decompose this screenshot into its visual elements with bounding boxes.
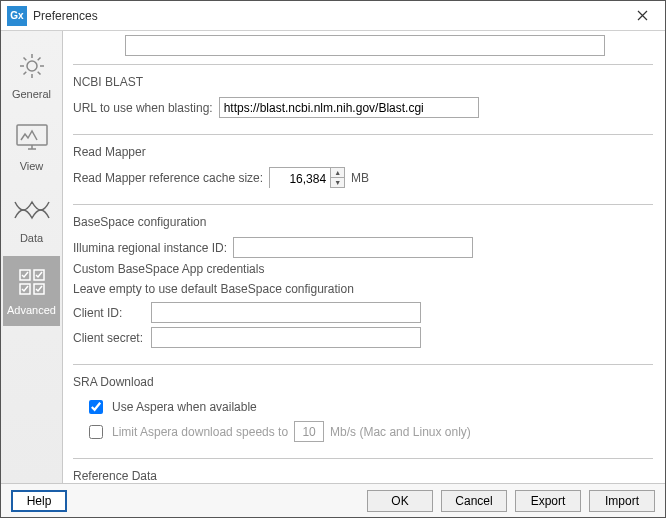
monitor-icon xyxy=(14,120,50,156)
aspera-checkbox-row[interactable]: Use Aspera when available xyxy=(85,397,257,417)
checklist-icon xyxy=(14,264,50,300)
section-basespace: BaseSpace configuration Illumina regiona… xyxy=(73,204,653,364)
title-bar: Gx Preferences xyxy=(1,1,665,31)
section-title: Read Mapper xyxy=(73,145,653,159)
instance-id-label: Illumina regional instance ID: xyxy=(73,241,227,255)
limit-label-post: Mb/s (Mac and Linux only) xyxy=(330,425,471,439)
button-bar: Help OK Cancel Export Import xyxy=(1,483,665,517)
gear-icon xyxy=(14,48,50,84)
partial-top-row xyxy=(73,35,653,64)
limit-checkbox[interactable] xyxy=(89,425,103,439)
close-icon xyxy=(637,10,648,21)
spinner-arrows[interactable]: ▲ ▼ xyxy=(330,168,344,187)
aspera-checkbox[interactable] xyxy=(89,400,103,414)
custom-credentials-heading: Custom BaseSpace App credentials xyxy=(73,262,653,276)
window-title: Preferences xyxy=(33,9,98,23)
section-reference-data: Reference Data URL to use (requires rest… xyxy=(73,458,653,483)
limit-checkbox-row[interactable]: Limit Aspera download speeds to xyxy=(85,422,288,442)
ok-button[interactable]: OK xyxy=(367,490,433,512)
client-secret-input[interactable] xyxy=(151,327,421,348)
section-title: NCBI BLAST xyxy=(73,75,653,89)
sidebar-item-data[interactable]: Data xyxy=(3,184,60,254)
chevron-up-icon[interactable]: ▲ xyxy=(331,168,344,178)
sidebar-item-advanced[interactable]: Advanced xyxy=(3,256,60,326)
partial-input[interactable] xyxy=(125,35,605,56)
close-button[interactable] xyxy=(620,1,665,31)
cache-label: Read Mapper reference cache size: xyxy=(73,171,263,185)
section-title: SRA Download xyxy=(73,375,653,389)
client-secret-label: Client secret: xyxy=(73,331,145,345)
instance-id-input[interactable] xyxy=(233,237,473,258)
blast-url-label: URL to use when blasting: xyxy=(73,101,213,115)
import-button[interactable]: Import xyxy=(589,490,655,512)
sidebar-item-label: General xyxy=(12,88,51,100)
client-id-label: Client ID: xyxy=(73,306,145,320)
section-title: BaseSpace configuration xyxy=(73,215,653,229)
sidebar-item-view[interactable]: View xyxy=(3,112,60,182)
sidebar-item-general[interactable]: General xyxy=(3,40,60,110)
section-title: Reference Data xyxy=(73,469,653,483)
cancel-button[interactable]: Cancel xyxy=(441,490,507,512)
limit-speed-input xyxy=(294,421,324,442)
client-id-input[interactable] xyxy=(151,302,421,323)
export-button[interactable]: Export xyxy=(515,490,581,512)
chevron-down-icon[interactable]: ▼ xyxy=(331,178,344,187)
cache-size-spinner[interactable]: ▲ ▼ xyxy=(269,167,345,188)
sidebar-item-label: Advanced xyxy=(7,304,56,316)
section-ncbi-blast: NCBI BLAST URL to use when blasting: xyxy=(73,64,653,134)
help-button[interactable]: Help xyxy=(11,490,67,512)
blast-url-input[interactable] xyxy=(219,97,479,118)
sidebar: General View Data Advanced xyxy=(1,31,63,483)
sidebar-item-label: Data xyxy=(20,232,43,244)
sidebar-item-label: View xyxy=(20,160,44,172)
limit-label-pre: Limit Aspera download speeds to xyxy=(112,425,288,439)
settings-panel: NCBI BLAST URL to use when blasting: Rea… xyxy=(63,31,665,483)
svg-point-0 xyxy=(27,61,37,71)
aspera-label: Use Aspera when available xyxy=(112,400,257,414)
section-read-mapper: Read Mapper Read Mapper reference cache … xyxy=(73,134,653,204)
cache-unit: MB xyxy=(351,171,369,185)
svg-rect-1 xyxy=(17,125,47,145)
app-icon: Gx xyxy=(7,6,27,26)
section-sra-download: SRA Download Use Aspera when available L… xyxy=(73,364,653,458)
cache-size-input[interactable] xyxy=(270,168,330,189)
dna-icon xyxy=(14,192,50,228)
custom-credentials-hint: Leave empty to use default BaseSpace con… xyxy=(73,282,653,296)
